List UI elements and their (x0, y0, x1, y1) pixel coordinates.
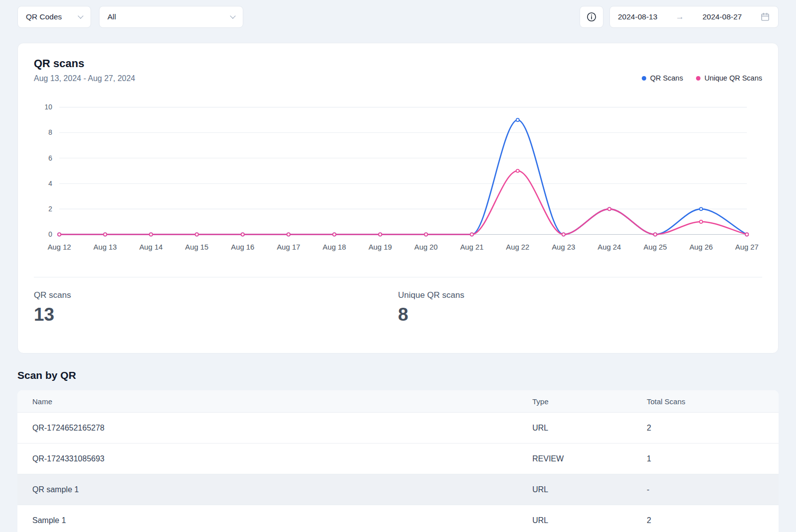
qr-scans-card: QR scans Aug 13, 2024 - Aug 27, 2024 QR … (17, 43, 779, 354)
qr-scans-line-chart: 0246810Aug 12Aug 13Aug 14Aug 15Aug 16Aug… (34, 94, 762, 262)
chevron-down-icon (78, 13, 83, 18)
column-header-name: Name (32, 397, 532, 406)
cell-type: REVIEW (532, 454, 647, 463)
chart-legend: QR ScansUnique QR Scans (642, 74, 762, 83)
stat-label: Unique QR scans (398, 290, 762, 300)
svg-text:Aug 14: Aug 14 (139, 243, 163, 251)
svg-text:Aug 18: Aug 18 (323, 243, 346, 251)
svg-text:Aug 20: Aug 20 (414, 243, 438, 251)
stat-qr-scans: QR scans 13 (34, 290, 398, 325)
stats-row: QR scans 13 Unique QR scans 8 (34, 277, 762, 325)
cell-type: URL (532, 516, 647, 525)
date-from-value[interactable]: 2024-08-13 (618, 12, 657, 21)
table-row[interactable]: QR-1724331085693REVIEW1 (17, 443, 779, 474)
section-title: Scan by QR (17, 369, 779, 381)
cell-total-scans: 1 (647, 454, 764, 463)
cell-name: QR sample 1 (32, 485, 532, 494)
legend-item[interactable]: Unique QR Scans (696, 74, 762, 82)
svg-text:Aug 23: Aug 23 (552, 243, 575, 251)
date-to-value[interactable]: 2024-08-27 (702, 12, 742, 21)
svg-text:2: 2 (48, 205, 52, 213)
chart-title: QR scans (34, 57, 135, 70)
cell-type: URL (532, 424, 647, 433)
svg-text:Aug 26: Aug 26 (690, 243, 713, 251)
svg-text:6: 6 (48, 154, 52, 162)
svg-text:4: 4 (48, 179, 52, 187)
qr-codes-select[interactable]: QR Codes (17, 6, 91, 28)
svg-text:10: 10 (44, 103, 52, 111)
cell-type: URL (532, 485, 647, 494)
filter-select-value: All (107, 12, 116, 21)
cell-total-scans: - (647, 485, 764, 494)
svg-text:Aug 16: Aug 16 (231, 243, 254, 251)
scan-by-qr-table: Name Type Total Scans QR-1724652165278UR… (17, 390, 779, 532)
table-row[interactable]: Sample 1URL2 (17, 505, 779, 532)
stat-label: QR scans (34, 290, 398, 300)
stat-value: 8 (398, 304, 762, 325)
table-header-row: Name Type Total Scans (17, 390, 779, 413)
legend-dot-icon (642, 76, 646, 81)
svg-text:Aug 24: Aug 24 (597, 243, 621, 251)
cell-name: QR-1724331085693 (32, 454, 532, 463)
topbar-right: 2024-08-13 → 2024-08-27 (580, 6, 779, 28)
chart-date-range: Aug 13, 2024 - Aug 27, 2024 (34, 74, 135, 83)
cell-total-scans: 2 (647, 424, 764, 433)
svg-text:8: 8 (48, 128, 52, 136)
svg-text:Aug 25: Aug 25 (644, 243, 667, 251)
svg-text:Aug 17: Aug 17 (277, 243, 300, 251)
svg-text:Aug 15: Aug 15 (185, 243, 208, 251)
legend-label: Unique QR Scans (704, 74, 762, 82)
legend-dot-icon (696, 76, 700, 81)
svg-text:Aug 22: Aug 22 (506, 243, 529, 251)
column-header-total-scans: Total Scans (647, 397, 764, 406)
arrow-right-icon: → (676, 12, 684, 22)
info-button[interactable] (580, 6, 603, 28)
cell-name: QR-1724652165278 (32, 424, 532, 433)
svg-text:Aug 19: Aug 19 (369, 243, 392, 251)
svg-text:Aug 12: Aug 12 (48, 243, 71, 251)
chevron-down-icon (230, 13, 235, 18)
stat-value: 13 (34, 304, 398, 325)
date-range-picker[interactable]: 2024-08-13 → 2024-08-27 (609, 6, 779, 28)
svg-text:0: 0 (48, 230, 52, 238)
info-icon (586, 11, 597, 22)
table-body: QR-1724652165278URL2QR-1724331085693REVI… (17, 413, 779, 532)
topbar: QR Codes All 2024-08-13 → 2024-08-27 (0, 0, 796, 28)
table-row[interactable]: QR sample 1URL- (17, 474, 779, 505)
svg-text:Aug 21: Aug 21 (460, 243, 484, 251)
svg-text:Aug 27: Aug 27 (735, 243, 759, 251)
legend-label: QR Scans (650, 74, 683, 82)
qr-codes-select-value: QR Codes (26, 12, 62, 21)
calendar-icon (760, 12, 770, 22)
legend-item[interactable]: QR Scans (642, 74, 683, 82)
cell-name: Sample 1 (32, 516, 532, 525)
svg-text:Aug 13: Aug 13 (94, 243, 117, 251)
stat-unique-qr-scans: Unique QR scans 8 (398, 290, 762, 325)
filter-select[interactable]: All (99, 6, 243, 28)
cell-total-scans: 2 (647, 516, 764, 525)
column-header-type: Type (532, 397, 647, 406)
table-row[interactable]: QR-1724652165278URL2 (17, 413, 779, 443)
